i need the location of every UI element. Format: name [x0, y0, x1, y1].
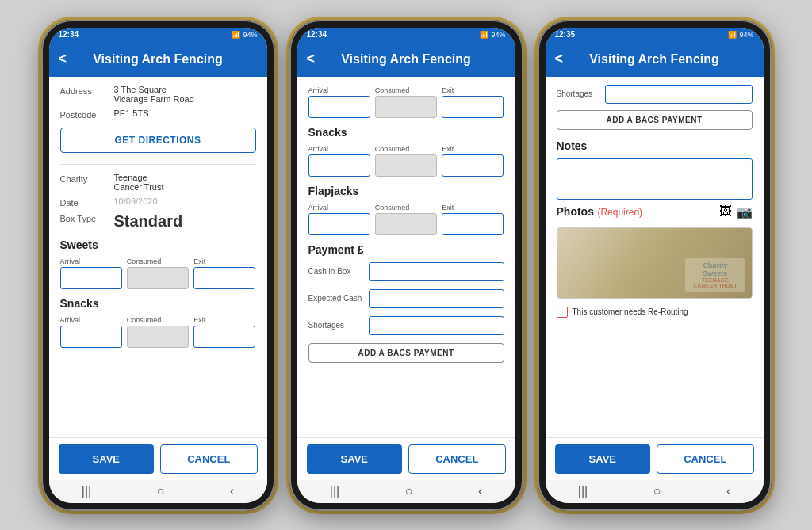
boxtype-row: Box Type Standard — [60, 212, 256, 231]
back-button-1[interactable]: < — [59, 51, 67, 67]
charity-row: Charity Teenage Cancer Trust — [60, 173, 256, 192]
flapjacks-arrival-input[interactable] — [308, 213, 370, 235]
nav-menu-icon-3[interactable]: ||| — [578, 484, 588, 498]
expected-cash-input[interactable] — [369, 289, 504, 308]
sweets-consumed-input[interactable] — [127, 267, 189, 289]
nav-menu-icon-2[interactable]: ||| — [330, 484, 339, 498]
shortages-input-3[interactable] — [605, 85, 753, 104]
camera-icon[interactable]: 📷 — [737, 204, 753, 219]
charity-val1: Teenage — [114, 173, 164, 182]
footer-1: SAVE CANCEL — [49, 437, 267, 480]
snacks-consumed-label-1: Consumed — [127, 316, 189, 324]
date-row: Date 10/09/2020 — [60, 196, 256, 208]
top-exit-col: Exit — [442, 86, 504, 118]
shortages-label-3: Shortages — [557, 90, 600, 98]
sweets-arrival-input[interactable] — [60, 267, 122, 289]
boxtype-label: Box Type — [60, 212, 108, 223]
photos-title: Photos — [557, 205, 594, 218]
sweets-arrival-label: Arrival — [60, 257, 122, 265]
add-bacs-button-2[interactable]: ADD A BACS PAYMENT — [308, 343, 504, 363]
snacks-title-1: Snacks — [60, 297, 256, 310]
flapjacks-consumed-input[interactable] — [375, 213, 437, 235]
top-section-inputs: Arrival Consumed Exit — [308, 86, 504, 118]
nav-back-icon-3[interactable]: ‹ — [726, 484, 730, 498]
cancel-button-2[interactable]: CANCEL — [408, 444, 506, 474]
snacks-exit-col-1: Exit — [193, 316, 255, 348]
flapjacks-arrival-label: Arrival — [308, 204, 370, 212]
nav-back-icon-2[interactable]: ‹ — [478, 484, 482, 498]
add-bacs-button-3[interactable]: ADD A BACS PAYMENT — [557, 110, 753, 130]
cash-in-box-input[interactable] — [369, 262, 504, 281]
sweets-consumed-col: Consumed — [127, 257, 189, 289]
top-arrival-input[interactable] — [308, 96, 370, 118]
content-1: Address 3 The Square Vicarage Farm Road … — [49, 77, 267, 437]
notes-input[interactable] — [557, 158, 753, 200]
phone-2: 12:34 📶 94% < Visiting Arch Fencing Arri… — [289, 20, 523, 511]
postcode-value: PE1 5TS — [114, 109, 149, 118]
top-consumed-input[interactable] — [375, 96, 437, 118]
sweets-arrival-col: Arrival — [60, 257, 122, 289]
flapjacks-consumed-col: Consumed — [375, 204, 437, 235]
directions-button[interactable]: GET DIRECTIONS — [60, 128, 256, 153]
nav-home-icon-1[interactable]: ○ — [157, 484, 165, 498]
battery-2: 📶 94% — [480, 31, 505, 39]
snacks-arrival-col-1: Arrival — [60, 316, 122, 348]
sweets-consumed-label: Consumed — [127, 257, 189, 265]
nav-home-icon-3[interactable]: ○ — [653, 484, 661, 498]
shortages-row-2: Shortages — [308, 316, 504, 335]
boxtype-value: Standard — [114, 212, 183, 231]
save-button-1[interactable]: SAVE — [59, 444, 155, 474]
snacks-consumed-col-1: Consumed — [127, 316, 189, 348]
back-button-3[interactable]: < — [555, 51, 564, 67]
flapjacks-exit-input[interactable] — [442, 213, 504, 235]
save-button-2[interactable]: SAVE — [307, 444, 403, 474]
payment-title: Payment £ — [308, 243, 504, 256]
snacks-arrival-col-2: Arrival — [308, 145, 370, 177]
flapjacks-inputs: Arrival Consumed Exit — [308, 204, 504, 235]
header-3: < Visiting Arch Fencing — [546, 42, 764, 77]
nav-bar-1: ||| ○ ‹ — [49, 480, 267, 503]
snacks-exit-label-1: Exit — [193, 316, 255, 324]
snacks-arrival-input-1[interactable] — [60, 326, 122, 348]
postcode-label: Postcode — [60, 109, 108, 120]
snacks-inputs-2: Arrival Consumed Exit — [308, 145, 504, 177]
shortages-input-2[interactable] — [369, 316, 504, 335]
top-consumed-col: Consumed — [375, 86, 437, 118]
gallery-icon[interactable]: 🖼 — [719, 204, 732, 219]
expected-cash-row: Expected Cash — [308, 289, 504, 308]
save-button-3[interactable]: SAVE — [555, 444, 651, 474]
header-title-1: Visiting Arch Fencing — [93, 52, 223, 67]
snacks-consumed-col-2: Consumed — [375, 145, 437, 177]
status-bar-2: 12:34 📶 94% — [297, 28, 515, 42]
rerouting-row: This customer needs Re-Routing — [557, 307, 753, 318]
battery-1: 📶 94% — [232, 31, 257, 39]
content-2: Arrival Consumed Exit Snacks Arri — [297, 77, 515, 437]
status-bar-1: 12:34 📶 94% — [49, 28, 267, 42]
photos-required: (Required) — [597, 207, 642, 218]
phone-3: 12:35 📶 94% < Visiting Arch Fencing Shor… — [538, 20, 772, 511]
snacks-consumed-input-2[interactable] — [375, 154, 437, 177]
snacks-exit-label-2: Exit — [442, 145, 504, 153]
sweets-exit-col: Exit — [193, 257, 255, 289]
photo-icon-group: 🖼 📷 — [719, 204, 753, 219]
content-3: Shortages ADD A BACS PAYMENT Notes Photo… — [546, 77, 764, 437]
cancel-button-3[interactable]: CANCEL — [657, 444, 754, 474]
sweets-exit-input[interactable] — [193, 267, 255, 289]
back-button-2[interactable]: < — [307, 51, 316, 67]
snacks-consumed-input-1[interactable] — [127, 326, 189, 348]
flapjacks-arrival-col: Arrival — [308, 204, 370, 235]
nav-back-icon-1[interactable]: ‹ — [230, 484, 234, 498]
snacks-exit-input-1[interactable] — [193, 326, 255, 348]
top-arrival-label: Arrival — [308, 86, 370, 94]
snacks-exit-input-2[interactable] — [442, 154, 504, 177]
nav-menu-icon-1[interactable]: ||| — [82, 484, 91, 498]
top-exit-input[interactable] — [442, 96, 504, 118]
charity-label: Charity — [60, 173, 108, 184]
nav-bar-2: ||| ○ ‹ — [297, 480, 515, 503]
nav-home-icon-2[interactable]: ○ — [405, 484, 413, 498]
cancel-button-1[interactable]: CANCEL — [160, 444, 258, 474]
top-consumed-label: Consumed — [375, 86, 437, 94]
time-2: 12:34 — [307, 30, 327, 39]
rerouting-checkbox[interactable] — [557, 307, 568, 318]
snacks-arrival-input-2[interactable] — [308, 154, 370, 177]
